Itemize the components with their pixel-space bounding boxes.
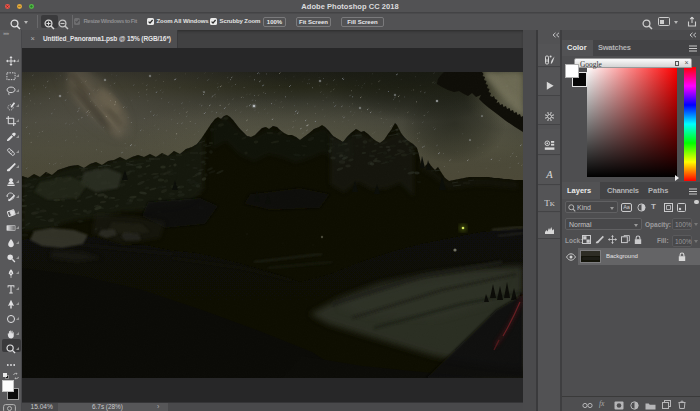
svg-text:A: A	[545, 169, 553, 180]
svg-text:Aa: Aa	[623, 204, 631, 210]
svg-text:TK: TK	[544, 198, 555, 208]
